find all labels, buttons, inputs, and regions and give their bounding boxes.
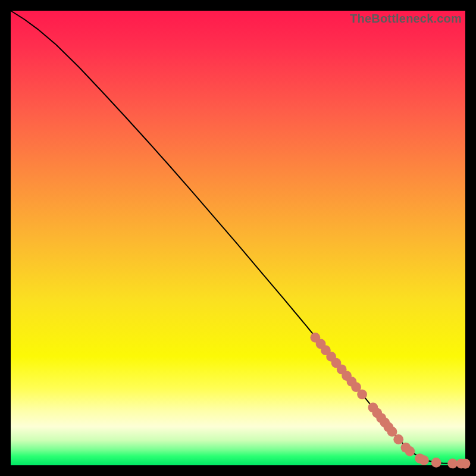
data-point xyxy=(461,459,471,469)
curve-layer xyxy=(11,11,465,464)
data-point xyxy=(447,459,458,469)
chart-overlay xyxy=(11,11,465,465)
marker-layer xyxy=(310,333,470,469)
data-point xyxy=(357,389,367,399)
chart-stage: TheBottleneck.com xyxy=(0,0,476,476)
plot-area: TheBottleneck.com xyxy=(11,11,465,465)
data-point xyxy=(405,446,415,456)
data-point xyxy=(419,455,429,465)
data-point xyxy=(393,434,403,444)
data-point xyxy=(431,458,441,468)
data-point xyxy=(387,427,397,437)
bottleneck-curve xyxy=(11,11,465,464)
